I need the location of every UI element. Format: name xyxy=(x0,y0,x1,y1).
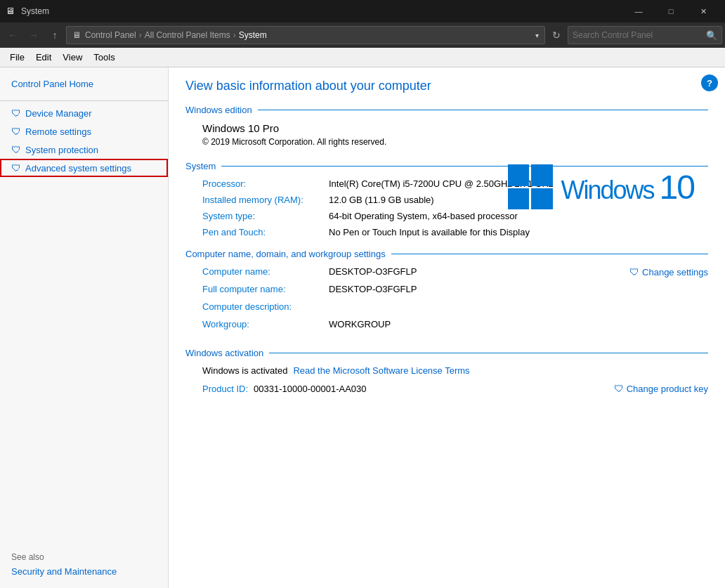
sidebar-item-device-manager[interactable]: 🛡 Device Manager xyxy=(0,104,168,122)
shield-icon-advanced: 🛡 xyxy=(11,162,21,174)
description-label: Computer description: xyxy=(202,301,329,312)
section-header-computername: Computer name, domain, and workgroup set… xyxy=(185,249,708,259)
sidebar-label-advanced-settings: Advanced system settings xyxy=(25,163,131,174)
pen-touch-label: Pen and Touch: xyxy=(202,227,329,237)
help-button[interactable]: ? xyxy=(701,74,718,91)
full-computer-name-row: Full computer name: DESKTOP-O3FGFLP xyxy=(202,284,629,294)
ram-label: Installed memory (RAM): xyxy=(202,195,329,205)
windows-logo-area: Windows10 xyxy=(508,164,694,209)
search-input[interactable] xyxy=(573,30,706,40)
activation-status: Windows is activated xyxy=(202,365,287,376)
product-id-value: 00331-10000-00001-AA030 xyxy=(254,384,614,394)
content-area: ? View basic information about your comp… xyxy=(169,67,725,588)
system-type-value: 64-bit Operating System, x64-based proce… xyxy=(329,211,708,221)
maximize-button[interactable]: □ xyxy=(655,0,687,22)
change-key-label: Change product key xyxy=(627,384,708,394)
up-button[interactable]: ↑ xyxy=(45,25,65,45)
back-button[interactable]: ← xyxy=(3,25,22,45)
window-title: System xyxy=(21,6,622,16)
sidebar-item-system-protection[interactable]: 🛡 System protection xyxy=(0,141,168,159)
windows-edition-section: Windows edition Windows 10 Pro © 2019 Mi… xyxy=(185,105,708,150)
shield-icon-settings: 🛡 xyxy=(629,266,639,277)
system-row-pen: Pen and Touch: No Pen or Touch Input is … xyxy=(185,227,708,237)
sidebar-home-link[interactable]: Control Panel Home xyxy=(0,76,168,98)
activation-license-link[interactable]: Read the Microsoft Software License Term… xyxy=(293,365,469,376)
menu-tools[interactable]: Tools xyxy=(88,49,120,65)
page-title: View basic information about your comput… xyxy=(185,79,708,93)
windows-word: Windows xyxy=(561,176,654,204)
forward-button[interactable]: → xyxy=(24,25,44,45)
close-button[interactable]: ✕ xyxy=(687,0,719,22)
shield-icon-protection: 🛡 xyxy=(11,144,21,155)
dropdown-icon: ▾ xyxy=(535,32,539,39)
minimize-button[interactable]: — xyxy=(622,0,655,22)
computer-name-section: Computer name, domain, and workgroup set… xyxy=(185,249,708,337)
logo-piece-3 xyxy=(508,188,530,210)
menu-edit[interactable]: Edit xyxy=(30,49,57,65)
system-type-label: System type: xyxy=(202,211,329,221)
computer-name-label: Computer name: xyxy=(202,266,329,277)
full-name-label: Full computer name: xyxy=(202,284,329,294)
shield-icon-key: 🛡 xyxy=(614,383,624,394)
sidebar-see-also: See also Security and Maintenance xyxy=(0,544,168,580)
change-settings-label: Change settings xyxy=(642,267,708,277)
sidebar-label-device-manager: Device Manager xyxy=(25,108,92,119)
windows-edition-block: Windows 10 Pro © 2019 Microsoft Corporat… xyxy=(185,122,386,147)
sidebar-label-remote-settings: Remote settings xyxy=(25,126,91,137)
change-settings-link[interactable]: 🛡 Change settings xyxy=(629,266,708,277)
section-title-computername: Computer name, domain, and workgroup set… xyxy=(185,249,386,259)
workgroup-label: Workgroup: xyxy=(202,319,329,329)
change-product-key-link[interactable]: 🛡 Change product key xyxy=(614,383,708,394)
title-bar: 🖥 System — □ ✕ xyxy=(0,0,725,22)
section-title-edition: Windows edition xyxy=(185,105,252,115)
path-segment-3: System xyxy=(239,30,267,40)
address-bar: ← → ↑ 🖥 Control Panel › All Control Pane… xyxy=(0,22,725,48)
windows-10-text: Windows10 xyxy=(561,168,694,207)
path-sep-1: › xyxy=(139,30,142,40)
workgroup-value: WORKGROUP xyxy=(329,319,629,329)
sidebar-security-maintenance-link[interactable]: Security and Maintenance xyxy=(11,566,157,577)
window-controls: — □ ✕ xyxy=(622,0,719,22)
menu-file[interactable]: File xyxy=(4,49,30,65)
windows-edition-name: Windows 10 Pro xyxy=(202,122,386,134)
shield-icon-remote: 🛡 xyxy=(11,126,21,137)
computer-name-row: Computer name: DESKTOP-O3FGFLP xyxy=(202,266,629,277)
activation-section: Windows activation Windows is activated … xyxy=(185,348,708,394)
windows-number: 10 xyxy=(660,169,694,206)
computer-name-value: DESKTOP-O3FGFLP xyxy=(329,266,629,277)
activation-status-row: Windows is activated Read the Microsoft … xyxy=(185,365,708,376)
search-box[interactable]: 🔍 xyxy=(568,26,722,44)
shield-icon-device: 🛡 xyxy=(11,107,21,119)
logo-piece-1 xyxy=(508,164,530,186)
system-row-type: System type: 64-bit Operating System, x6… xyxy=(185,211,708,221)
path-sep-2: › xyxy=(233,30,236,40)
sidebar-label-system-protection: System protection xyxy=(25,145,98,155)
sidebar-item-remote-settings[interactable]: 🛡 Remote settings xyxy=(0,122,168,141)
section-title-system: System xyxy=(185,161,216,171)
pen-touch-value: No Pen or Touch Input is available for t… xyxy=(329,227,708,237)
sidebar-item-advanced-settings[interactable]: 🛡 Advanced system settings xyxy=(0,159,168,177)
windows-logo-grid xyxy=(508,164,553,209)
section-header-edition: Windows edition xyxy=(185,105,708,115)
full-name-value: DESKTOP-O3FGFLP xyxy=(329,284,629,294)
path-icon: 🖥 xyxy=(72,30,81,40)
computer-description-row: Computer description: xyxy=(202,301,629,312)
refresh-button[interactable]: ↻ xyxy=(547,25,566,45)
workgroup-row: Workgroup: WORKGROUP xyxy=(202,319,629,329)
menu-bar: File Edit View Tools xyxy=(0,48,725,67)
processor-label: Processor: xyxy=(202,178,329,189)
address-path[interactable]: 🖥 Control Panel › All Control Panel Item… xyxy=(66,26,545,44)
section-title-activation: Windows activation xyxy=(185,348,263,358)
window-icon: 🖥 xyxy=(6,6,17,17)
product-id-row: Product ID: 00331-10000-00001-AA030 🛡 Ch… xyxy=(185,383,708,394)
sidebar: Control Panel Home 🛡 Device Manager 🛡 Re… xyxy=(0,67,169,588)
menu-view[interactable]: View xyxy=(57,49,88,65)
windows-edition-copyright: © 2019 Microsoft Corporation. All rights… xyxy=(202,137,386,147)
section-header-activation: Windows activation xyxy=(185,348,708,358)
main-layout: Control Panel Home 🛡 Device Manager 🛡 Re… xyxy=(0,67,725,588)
search-icon: 🔍 xyxy=(706,30,717,41)
see-also-label: See also xyxy=(11,552,157,562)
logo-piece-2 xyxy=(531,164,553,186)
product-id-label: Product ID: xyxy=(202,384,248,394)
path-segment-1: Control Panel xyxy=(85,30,136,40)
